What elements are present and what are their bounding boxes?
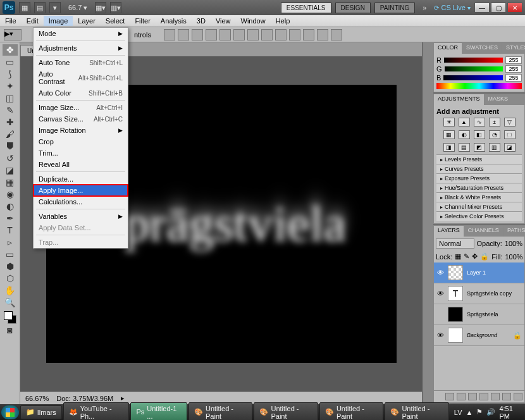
gradient-tool[interactable]: ▦ (3, 176, 18, 188)
preset-levels[interactable]: Levels Presets (436, 154, 522, 164)
adj-poster-icon[interactable]: ▤ (459, 143, 470, 152)
b-slider[interactable] (443, 75, 503, 80)
mask-icon[interactable] (468, 393, 477, 400)
adj-layer-icon[interactable] (479, 393, 488, 400)
layer-name[interactable]: Sprāgstviela (467, 311, 498, 318)
menu-filter[interactable]: Filter (130, 16, 155, 26)
layer-row[interactable]: 👁 Background 🔒 (434, 325, 524, 346)
adj-hue-icon[interactable]: ▦ (443, 130, 455, 139)
group-icon[interactable] (491, 393, 500, 400)
dodge-tool[interactable]: ◐ (3, 201, 18, 212)
menu-image-size[interactable]: Image Size...Alt+Ctrl+I (34, 102, 128, 113)
tab-paths[interactable]: PATHS (503, 226, 525, 237)
preset-curves[interactable]: Curves Presets (436, 164, 522, 173)
menu-mode[interactable]: Mode▶ (34, 28, 128, 39)
layer-name[interactable]: Layer 1 (467, 269, 486, 276)
lock-all-icon[interactable]: 🔒 (480, 252, 489, 261)
zoom-tool[interactable]: 🔍 (3, 297, 18, 308)
brush-tool[interactable]: 🖌 (3, 128, 18, 140)
tab-adjustments[interactable]: ADJUSTMENTS (434, 94, 485, 105)
lock-trans-icon[interactable]: ▦ (455, 252, 461, 261)
menu-duplicate[interactable]: Duplicate... (34, 173, 128, 185)
stamp-tool[interactable]: ⛊ (3, 140, 18, 152)
distribute-icon[interactable] (303, 29, 314, 40)
menu-file[interactable]: File (0, 16, 22, 26)
menu-3d[interactable]: 3D (192, 16, 211, 26)
tab-swatches[interactable]: SWATCHES (462, 43, 502, 54)
r-slider[interactable] (444, 58, 503, 63)
menu-auto-color[interactable]: Auto ColorShift+Ctrl+B (34, 87, 128, 99)
tab-layers[interactable]: LAYERS (434, 226, 464, 237)
cs-live-button[interactable]: ⟳ CS Live ▾ (434, 4, 471, 11)
workspace-design[interactable]: DESIGN (335, 3, 371, 13)
menu-analysis[interactable]: Analysis (156, 16, 192, 26)
adj-mixer-icon[interactable]: ⬚ (504, 130, 516, 139)
adj-bw-icon[interactable]: ◧ (474, 130, 485, 139)
visibility-icon[interactable] (436, 311, 444, 318)
wand-tool[interactable]: ✦ (3, 80, 18, 92)
visibility-icon[interactable]: 👁 (436, 269, 444, 276)
start-button[interactable] (1, 405, 19, 419)
distribute-icon[interactable] (261, 29, 273, 40)
menu-adjustments[interactable]: Adjustments▶ (34, 42, 128, 54)
adj-selective-icon[interactable]: ◪ (504, 143, 516, 152)
fill-value[interactable]: 100% (505, 253, 522, 261)
lasso-tool[interactable]: ⟆ (3, 68, 18, 80)
tool-preset-icon[interactable]: ▶▾ (4, 29, 22, 40)
taskbar-item[interactable]: 📁Ilmars (20, 405, 62, 419)
status-doc[interactable]: Doc: 3.75M/3.96M (56, 395, 113, 402)
taskbar-item[interactable]: PsUntitled-1 ... (130, 402, 187, 421)
tray-up-icon[interactable]: ▲ (466, 409, 473, 416)
lock-move-icon[interactable]: ✥ (472, 252, 478, 261)
align-hcenter-icon[interactable] (178, 29, 189, 40)
type-tool[interactable]: T (3, 225, 18, 236)
b-value[interactable]: 255 (505, 74, 522, 82)
crop-tool[interactable]: ◫ (3, 92, 18, 104)
align-right-icon[interactable] (192, 29, 203, 40)
color-swatches[interactable] (4, 311, 16, 324)
path-tool[interactable]: ▹ (3, 237, 18, 248)
pen-tool[interactable]: ✒ (3, 213, 18, 224)
menu-calculations[interactable]: Calculations... (34, 196, 128, 207)
adj-exposure-icon[interactable]: ± (489, 118, 500, 127)
menu-layer[interactable]: Layer (73, 16, 101, 26)
eyedropper-tool[interactable]: ✎ (3, 104, 18, 116)
menu-image-rotation[interactable]: Image Rotation▶ (34, 125, 128, 136)
extras-icon[interactable]: ▾ (49, 2, 61, 13)
layer-thumbnail[interactable] (448, 265, 463, 280)
shape-tool[interactable]: ▭ (3, 249, 18, 260)
adj-invert-icon[interactable]: ◨ (443, 143, 455, 152)
adj-gradient-icon[interactable]: ▥ (489, 143, 500, 152)
align-vcenter-icon[interactable] (219, 29, 231, 40)
distribute-icon[interactable] (275, 29, 287, 40)
adj-curves-icon[interactable]: ∿ (474, 118, 485, 127)
align-bottom-icon[interactable] (233, 29, 245, 40)
blur-tool[interactable]: ◉ (3, 188, 18, 200)
layer-name[interactable]: Sprāgstviela copy (467, 290, 512, 297)
menu-canvas-size[interactable]: Canvas Size...Alt+Ctrl+C (34, 113, 128, 125)
menu-edit[interactable]: Edit (22, 16, 44, 26)
g-value[interactable]: 255 (505, 65, 522, 73)
collapsed-panel-strip[interactable] (422, 42, 433, 404)
zoom-level[interactable]: 66.7 ▾ (65, 4, 91, 12)
preset-bw[interactable]: Black & White Presets (436, 192, 522, 202)
3d-cam-tool[interactable]: ⬡ (3, 273, 18, 284)
g-slider[interactable] (445, 66, 503, 71)
trash-icon[interactable] (514, 393, 522, 400)
align-top-icon[interactable] (206, 29, 217, 40)
distribute-icon[interactable] (289, 29, 300, 40)
tab-masks[interactable]: MASKS (485, 94, 513, 105)
3d-tool[interactable]: ⬢ (3, 261, 18, 272)
layer-thumbnail[interactable]: T (448, 286, 463, 301)
link-layers-icon[interactable] (445, 393, 454, 400)
minimize-button[interactable]: — (474, 3, 490, 13)
adj-threshold-icon[interactable]: ◩ (474, 143, 485, 152)
layer-row[interactable]: 👁 T Sprāgstviela copy (434, 283, 524, 304)
move-tool[interactable]: ✥ (3, 44, 18, 56)
new-layer-icon[interactable] (502, 393, 511, 400)
menu-window[interactable]: Window (236, 16, 271, 26)
preset-exposure[interactable]: Exposure Presets (436, 173, 522, 183)
taskbar-item[interactable]: 🎨Untitled - Paint (188, 402, 252, 421)
taskbar-item[interactable]: 🦊YouTube - Ph... (63, 402, 130, 421)
status-arrow-icon[interactable]: ▸ (121, 394, 125, 402)
